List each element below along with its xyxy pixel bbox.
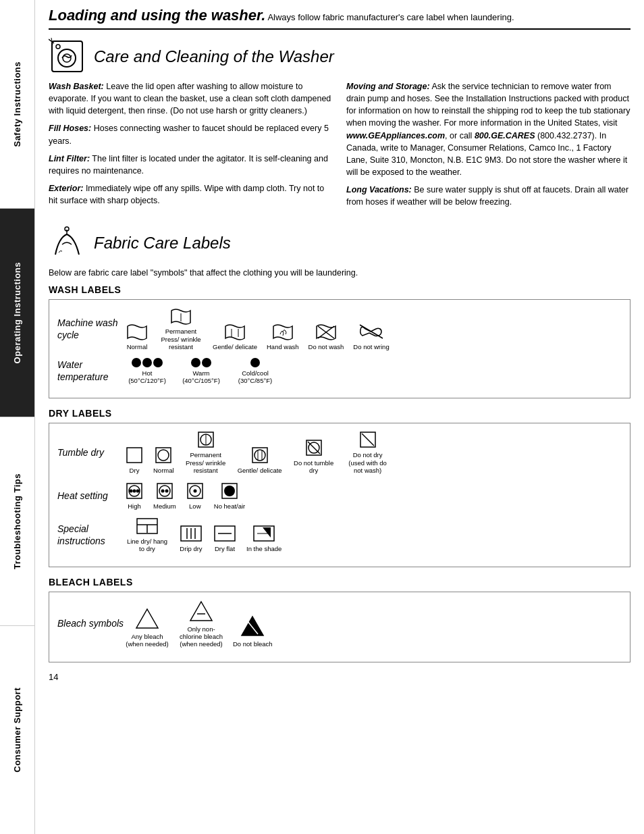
dry-labels-section: DRY LABELS Tumble dry Dry (49, 408, 630, 567)
machine-wash-row: Machine wash cycle Normal (57, 307, 622, 350)
wash-gentle-icon (223, 322, 247, 341)
heat-high-icon (125, 481, 144, 500)
special-in-shade-caption: In the shade (246, 545, 281, 552)
heat-low-icon (186, 481, 205, 500)
dry-normal: Normal (153, 446, 174, 474)
temp-hot: Hot (50°C/120°F) (125, 358, 169, 385)
special-line-dry-icon (135, 517, 159, 536)
wash-do-not-icon (314, 322, 338, 341)
special-in-shade: In the shade (246, 524, 281, 552)
special-line-dry-caption: Line dry/ hang to dry (125, 538, 169, 553)
svg-line-26 (308, 442, 320, 454)
special-dry-flat-icon (213, 524, 237, 543)
temp-hot-dots (132, 358, 163, 367)
wash-labels-box: Machine wash cycle Normal (49, 299, 630, 398)
wash-hand: Hand wash (267, 322, 299, 350)
bleach-any: Any bleach (when needed) (125, 606, 169, 648)
svg-point-3 (56, 45, 60, 49)
dot1 (250, 358, 260, 367)
wash-perm-press-icon (169, 307, 193, 325)
special-in-shade-icon (252, 524, 276, 543)
fabric-care-heading: Fabric Care Labels (49, 224, 630, 261)
sidebar-section-troubleshooting: Troubleshooting Tips (0, 417, 34, 626)
heat-high: High (125, 481, 144, 510)
care-cleaning-left: Wash Basket: Leave the lid open after wa… (49, 80, 333, 213)
dry-perm-press-icon (196, 430, 215, 449)
heat-none-caption: No heat/air (214, 502, 245, 510)
special-drip-dry-caption: Drip dry (180, 545, 202, 552)
wash-do-not: Do not wash (308, 322, 344, 350)
dry-square-icon (125, 446, 144, 465)
tumble-dry-symbols: Dry Normal (125, 430, 390, 474)
svg-marker-58 (242, 617, 263, 635)
fabric-care-intro: Below are fabric care label "symbols" th… (49, 267, 630, 279)
dot1 (132, 358, 141, 367)
wash-normal-icon (125, 322, 149, 341)
wash-hand-icon (271, 322, 295, 341)
machine-wash-label: Machine wash cycle (57, 317, 125, 341)
wash-perm-press-caption: Permanent Press/ wrinkle resistant (159, 328, 203, 350)
washer-icon (49, 38, 86, 75)
svg-point-37 (165, 489, 168, 492)
special-instructions-symbols: Line dry/ hang to dry Drip dry (125, 517, 281, 553)
care-cleaning-right: Moving and Storage: Ask the service tech… (346, 80, 630, 213)
lint-filter-para: Lint Filter: The lint filter is located … (49, 153, 333, 177)
heat-medium-caption: Medium (153, 502, 176, 510)
bleach-labels-title: BLEACH LABELS (49, 577, 630, 588)
sidebar-section-consumer: Consumer Support (0, 626, 34, 834)
main-content: Loading and using the washer. Always fol… (35, 0, 644, 834)
svg-point-40 (193, 489, 196, 492)
heat-low-caption: Low (189, 502, 200, 510)
dry-do-not-tumble: Do not tumble dry (292, 438, 336, 475)
bleach-do-not: Do not bleach (233, 614, 273, 648)
dot3 (153, 358, 163, 367)
temp-hot-caption: Hot (50°C/120°F) (125, 369, 169, 385)
special-instructions-label: Special instructions (57, 523, 125, 547)
dry-do-not-tumble-icon (304, 438, 323, 457)
svg-rect-14 (127, 448, 142, 463)
dry-gentle-icon (250, 446, 269, 465)
dry-gentle-caption: Gentle/ delicate (238, 467, 282, 474)
svg-line-28 (362, 434, 374, 446)
bleach-symbols-row: Bleach symbols Any bleach (when needed) (57, 599, 622, 648)
svg-marker-55 (136, 609, 158, 628)
dry-do-not-dry: Do not dry (used with do not wash) (346, 430, 390, 474)
dry-labels-title: DRY LABELS (49, 408, 630, 419)
wash-gentle: Gentle/ delicate (213, 322, 257, 350)
dot2 (202, 358, 211, 367)
svg-point-42 (224, 486, 235, 496)
heat-medium-icon (155, 481, 174, 500)
tumble-dry-label: Tumble dry (57, 446, 125, 459)
sidebar-section-safety: Safety Instructions (0, 0, 34, 209)
bleach-labels-box: Bleach symbols Any bleach (when needed) (49, 592, 630, 662)
water-temp-row: Water temperature Hot (50°C/120°F) (57, 358, 622, 385)
wash-normal-caption: Normal (127, 343, 148, 350)
svg-marker-53 (263, 527, 271, 538)
ge-appliances-link: www.GEAppliances.com (346, 131, 445, 140)
bleach-non-chlorine: Only non-chlorine bleach (when needed) (179, 599, 223, 648)
wash-no-wring: Do not wring (353, 322, 389, 350)
sidebar-section-operating: Operating Instructions (0, 209, 34, 417)
machine-wash-symbols: Normal Permanent Press/ wrinkle resistan… (125, 307, 390, 350)
wash-basket-para: Wash Basket: Leave the lid open after wa… (49, 80, 333, 117)
dry-gentle: Gentle/ delicate (238, 446, 282, 474)
bleach-non-chlorine-icon (189, 599, 213, 623)
exterior-para: Exterior: Immediately wipe off any spill… (49, 182, 333, 207)
svg-point-21 (254, 450, 265, 461)
temp-cold-dots (250, 358, 260, 367)
sidebar-label-safety: Safety Instructions (12, 61, 22, 147)
bleach-non-chlorine-caption: Only non-chlorine bleach (when needed) (179, 625, 223, 648)
heat-low: Low (186, 481, 205, 510)
heat-setting-symbols: High Medium (125, 481, 245, 510)
fill-hoses-text: Hoses connecting washer to faucet should… (49, 124, 329, 145)
tumble-dry-row: Tumble dry Dry (57, 430, 622, 474)
special-dry-flat: Dry flat (213, 524, 237, 552)
wash-hand-caption: Hand wash (267, 343, 299, 350)
bleach-labels-section: BLEACH LABELS Bleach symbols Any bleach … (49, 577, 630, 662)
wash-basket-label: Wash Basket: (49, 82, 104, 91)
heat-setting-row: Heat setting High (57, 481, 622, 510)
water-temp-label: Water temperature (57, 359, 125, 383)
dry-labels-box: Tumble dry Dry (49, 423, 630, 567)
sidebar-label-operating: Operating Instructions (12, 262, 22, 363)
heat-none-icon (220, 481, 239, 500)
